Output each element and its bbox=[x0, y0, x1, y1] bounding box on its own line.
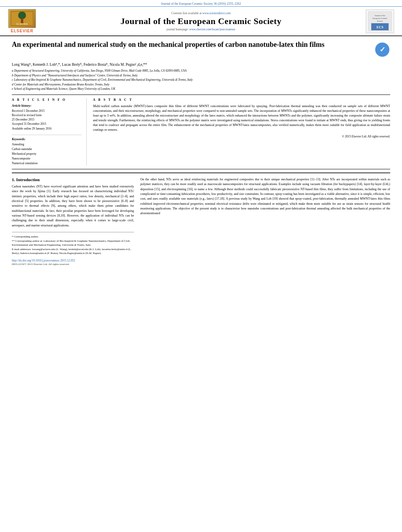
sciencedirect-link[interactable]: www.sciencedirect.com bbox=[203, 11, 231, 15]
homepage-link[interactable]: www.elsevier.com/locate/jeurceramsoc bbox=[189, 28, 235, 31]
article-title-section: An experimental and numerical study on t… bbox=[12, 40, 390, 59]
article-info-title: A R T I C L E I N F O bbox=[12, 98, 82, 102]
journal-title-block: Contents lists available at www.scienced… bbox=[38, 11, 364, 31]
crossmark-logo[interactable]: ✓ bbox=[374, 42, 390, 57]
journal-logo-box: Journal of the European Ceramic Society … bbox=[366, 9, 394, 33]
introduction-left-text: Carbon nanotubes (NT) have received sign… bbox=[12, 184, 134, 228]
doi-line: http://dx.doi.org/10.1016/j.jeurceramsoc… bbox=[12, 259, 134, 262]
article-history: Article history: Received 1 December 201… bbox=[12, 104, 82, 131]
journal-header: ELSEVIER ELSEVIER Contents lists availab… bbox=[0, 7, 402, 36]
received-revised-date: 25 December 2015 bbox=[12, 117, 82, 122]
affiliation-b: b Department of Physics and "Nanostructu… bbox=[12, 74, 390, 78]
keyword-mechanical: Mechanical property bbox=[12, 152, 82, 156]
crossmark-icon: ✓ bbox=[374, 42, 390, 57]
available-line: Available online 29 January 2016 bbox=[12, 126, 82, 131]
keyword-numerical: Numerical simulation bbox=[12, 161, 82, 166]
keyword-carbon-nanotube: Carbon nanotube bbox=[12, 147, 82, 152]
footnote-corresponding1: * Corresponding author. bbox=[12, 235, 134, 239]
received-revised-line: Received in revised form bbox=[12, 113, 82, 117]
introduction-header: 1. Introduction bbox=[12, 177, 134, 182]
affiliation-d: d Center for Materials and Microsystems,… bbox=[12, 83, 390, 87]
issn-line: 0955-2219/© 2015 Elsevier Ltd. All right… bbox=[12, 263, 134, 266]
email-label: E-mail addresses: bbox=[12, 248, 32, 251]
info-separator bbox=[12, 135, 82, 135]
top-banner: Journal of the European Ceramic Society … bbox=[0, 0, 402, 7]
copyright-line: © 2015 Elsevier Ltd. All rights reserved… bbox=[93, 135, 390, 138]
elsevier-logo-image: ELSEVIER bbox=[8, 9, 36, 28]
footnote-corresponding2: ** Corresponding author at: Laboratory o… bbox=[12, 239, 134, 247]
keyword-nanocomposite: Nanocomposite bbox=[12, 156, 82, 161]
body-right-col: On the other hand, NTs serve as ideal re… bbox=[140, 177, 390, 266]
affiliations: a Department of Structural Engineering, … bbox=[12, 69, 390, 91]
accepted-line: Accepted 31 December 2015 bbox=[12, 122, 82, 126]
footnotes-section: * Corresponding author. ** Corresponding… bbox=[12, 232, 134, 266]
contents-available-line: Contents lists available at www.scienced… bbox=[46, 11, 356, 15]
svg-text:Journal of the: Journal of the bbox=[374, 15, 385, 17]
keywords-section: Keywords: Annealing Carbon nanotube Mech… bbox=[12, 137, 82, 166]
info-abstract-section: A R T I C L E I N F O Article history: R… bbox=[12, 95, 390, 169]
keyword-annealing: Annealing bbox=[12, 142, 82, 147]
affiliation-e: e School of Engineering and Materials Sc… bbox=[12, 87, 390, 91]
svg-text:✓: ✓ bbox=[380, 46, 385, 54]
keywords-title: Keywords: bbox=[12, 137, 82, 141]
affiliation-c: c Laboratory of Bio-Inspired & Graphene … bbox=[12, 78, 390, 82]
article-body: 1. Introduction Carbon nanotubes (NT) ha… bbox=[12, 172, 390, 266]
article-info-col: A R T I C L E I N F O Article history: R… bbox=[12, 98, 87, 166]
footnote-emails: E-mail addresses: lowang@uclavis.edu (L.… bbox=[12, 247, 134, 256]
received-line: Received 1 December 2015 bbox=[12, 109, 82, 113]
journal-main-title: Journal of the European Ceramic Society bbox=[46, 16, 356, 26]
doi-link[interactable]: http://dx.doi.org/10.1016/j.jeurceramsoc… bbox=[12, 259, 75, 262]
svg-point-1 bbox=[18, 11, 26, 19]
abstract-col: A B S T R A C T Multi-walled carbon nano… bbox=[93, 98, 390, 166]
abstract-title: A B S T R A C T bbox=[93, 98, 390, 102]
introduction-right-text: On the other hand, NTs serve as ideal re… bbox=[140, 177, 390, 216]
svg-text:ELSEVIER: ELSEVIER bbox=[17, 23, 28, 25]
affiliation-a: a Department of Structural Engineering, … bbox=[12, 69, 390, 73]
article-content: An experimental and numerical study on t… bbox=[0, 36, 402, 270]
svg-text:European Ceramic: European Ceramic bbox=[372, 17, 387, 19]
authors-line: Long Wangᵃ, Kenneth J. Lohᵃ,*, Lucas Bre… bbox=[12, 62, 390, 67]
abstract-text: Multi-walled carbon nanotube (MWNT)-late… bbox=[93, 104, 390, 132]
history-title: Article history: bbox=[12, 104, 82, 108]
body-left-col: 1. Introduction Carbon nanotubes (NT) ha… bbox=[12, 177, 134, 266]
journal-ref-link[interactable]: Journal of the European Ceramic Society … bbox=[161, 2, 241, 6]
journal-logo-image: Journal of the European Ceramic Society … bbox=[368, 11, 392, 31]
elsevier-logo: ELSEVIER ELSEVIER bbox=[6, 9, 38, 33]
elsevier-tree-icon: ELSEVIER bbox=[10, 11, 34, 26]
svg-text:ECS: ECS bbox=[376, 25, 383, 29]
elsevier-wordmark: ELSEVIER bbox=[11, 29, 33, 33]
journal-logo-right: Journal of the European Ceramic Society … bbox=[364, 9, 396, 33]
article-title: An experimental and numerical study on t… bbox=[12, 40, 370, 49]
homepage-line: journal homepage: www.elsevier.com/locat… bbox=[46, 28, 356, 31]
svg-text:Society: Society bbox=[377, 20, 383, 22]
